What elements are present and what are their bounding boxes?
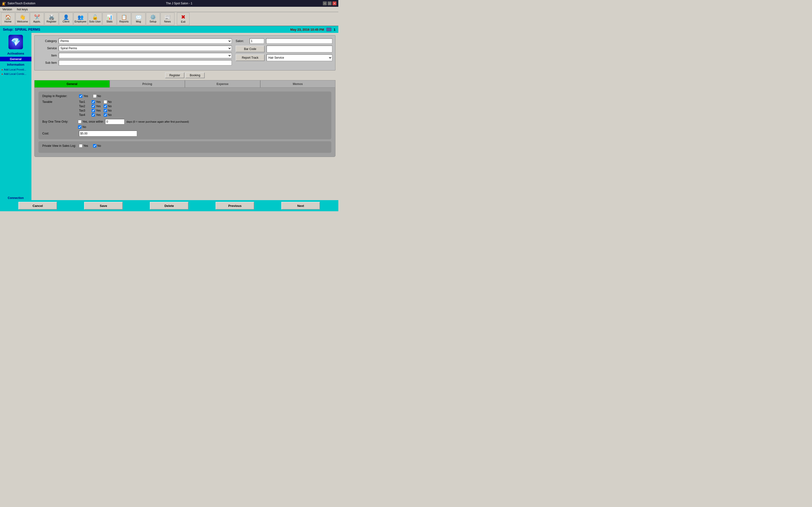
tax4-row: Tax4 Yes No bbox=[79, 113, 112, 117]
hair-service-select[interactable]: Hair Service Nail Service Other bbox=[266, 54, 332, 61]
toolbar-msg-button[interactable]: ✉️ Msg bbox=[132, 12, 146, 25]
tax2-no-item[interactable]: No bbox=[104, 105, 112, 108]
previous-button[interactable]: Previous bbox=[215, 202, 254, 210]
tab-memos[interactable]: Memos bbox=[260, 80, 336, 88]
buy-no-item[interactable]: No bbox=[78, 125, 86, 129]
private-no-checkbox[interactable] bbox=[93, 144, 96, 148]
buy-no-checkbox[interactable] bbox=[78, 125, 82, 129]
toolbar-client-button[interactable]: 👤 Client bbox=[59, 12, 73, 25]
minimize-button[interactable]: ─ bbox=[323, 1, 327, 5]
barcode-button[interactable]: Bar Code bbox=[236, 46, 265, 52]
buy-yes-once-checkbox[interactable] bbox=[78, 120, 82, 123]
employee-icon: 👥 bbox=[78, 15, 84, 19]
solouser-icon: 🔓 bbox=[92, 15, 98, 19]
tax4-yes-item[interactable]: Yes bbox=[92, 113, 101, 117]
toolbar-stats-label: Stats bbox=[106, 20, 112, 23]
toolbar-employee-label: Employee bbox=[75, 20, 87, 23]
tax3-no-checkbox[interactable] bbox=[104, 109, 107, 112]
display-no-checkbox[interactable] bbox=[93, 95, 96, 98]
tax4-yes-checkbox[interactable] bbox=[92, 113, 95, 117]
category-select[interactable]: Perms Hair Color Hair Cuts bbox=[59, 38, 232, 44]
salon-input[interactable] bbox=[250, 38, 264, 44]
tax4-label: Tax4 bbox=[79, 113, 89, 117]
tab-general[interactable]: General bbox=[34, 80, 110, 88]
toolbar-exit-button[interactable]: ✖ Exit bbox=[177, 12, 190, 25]
sidebar-information[interactable]: Information bbox=[0, 62, 32, 67]
toolbar-msg-label: Msg bbox=[136, 20, 141, 23]
display-yes-checkbox[interactable] bbox=[79, 95, 83, 98]
tax3-yes-item[interactable]: Yes bbox=[92, 109, 101, 112]
booking-tab-button[interactable]: Booking bbox=[185, 72, 205, 78]
private-yes-label: Yes bbox=[83, 144, 88, 148]
display-register-row: Display in Register: Yes No bbox=[42, 95, 327, 98]
toolbar-reports-button[interactable]: 📋 Reports bbox=[117, 12, 131, 25]
tax1-no-label: No bbox=[108, 100, 112, 104]
close-button[interactable]: ✕ bbox=[333, 1, 337, 5]
toolbar-appts-button[interactable]: ✂️ Appts. bbox=[30, 12, 44, 25]
private-no-item[interactable]: No bbox=[93, 144, 101, 148]
private-yes-checkbox[interactable] bbox=[79, 144, 83, 148]
cost-input[interactable] bbox=[79, 131, 137, 136]
toolbar-home-button[interactable]: 🏠 Home bbox=[1, 12, 15, 25]
sidebar-add-local-provid-label: Add Local Provid... bbox=[4, 68, 26, 71]
toolbar-stats-button[interactable]: 📊 Stats bbox=[102, 12, 116, 25]
toolbar-news-button[interactable]: 📰 News bbox=[160, 12, 174, 25]
save-button[interactable]: Save bbox=[84, 202, 123, 210]
tax2-yes-checkbox[interactable] bbox=[92, 105, 95, 108]
display-no-item[interactable]: No bbox=[93, 95, 101, 98]
menu-hotkeys[interactable]: hot keys bbox=[16, 7, 29, 12]
barcode-input[interactable] bbox=[266, 46, 332, 52]
tax1-no-checkbox[interactable] bbox=[104, 100, 107, 104]
toolbar-home-label: Home bbox=[4, 20, 11, 23]
maximize-button[interactable]: □ bbox=[328, 1, 332, 5]
sub-item-input[interactable] bbox=[59, 60, 232, 65]
sidebar-item-add-local-combi[interactable]: ● Add Local Combi... bbox=[0, 72, 32, 75]
report-track-button[interactable]: Report Track bbox=[236, 54, 265, 61]
service-select[interactable]: Spiral Perms Body Wave bbox=[59, 46, 232, 51]
sidebar-general[interactable]: General bbox=[0, 57, 32, 61]
menu-version[interactable]: Version bbox=[1, 7, 13, 12]
tax1-no-item[interactable]: No bbox=[104, 100, 112, 104]
toolbar-solouser-button[interactable]: 🔓 Solo User bbox=[88, 12, 102, 25]
taxable-label: Taxable bbox=[42, 100, 76, 104]
tax1-yes-item[interactable]: Yes bbox=[92, 100, 101, 104]
display-yes-item[interactable]: Yes bbox=[79, 95, 88, 98]
tax2-no-checkbox[interactable] bbox=[104, 105, 107, 108]
toolbar-register-button[interactable]: 🖨️ Register bbox=[45, 12, 58, 25]
sidebar-activations[interactable]: Activations bbox=[0, 51, 32, 56]
delete-button[interactable]: Delete bbox=[150, 202, 189, 210]
sidebar-item-add-local-provid[interactable]: ● Add Local Provid... bbox=[0, 68, 32, 71]
toolbar-solouser-label: Solo User bbox=[89, 20, 101, 23]
tax3-yes-checkbox[interactable] bbox=[92, 109, 95, 112]
next-button[interactable]: Next bbox=[281, 202, 320, 210]
tax1-yes-checkbox[interactable] bbox=[92, 100, 95, 104]
buy-yes-once-item[interactable]: Yes, once within bbox=[78, 120, 103, 123]
tax2-no-label: No bbox=[108, 105, 112, 108]
tax4-no-checkbox[interactable] bbox=[104, 113, 107, 117]
form-right: Salon: Bar Code Report Track Hair Servic… bbox=[236, 38, 332, 67]
news-icon: 📰 bbox=[164, 15, 170, 19]
item-select[interactable] bbox=[59, 53, 232, 58]
tab-pricing[interactable]: Pricing bbox=[110, 80, 185, 88]
tax2-yes-item[interactable]: Yes bbox=[92, 105, 101, 108]
toolbar-setup-button[interactable]: ⚙️ Setup bbox=[146, 12, 160, 25]
sidebar-connection: Connection bbox=[0, 196, 32, 200]
tax3-no-item[interactable]: No bbox=[104, 109, 112, 112]
tax4-no-item[interactable]: No bbox=[104, 113, 112, 117]
sidebar: 💎 Activations General Information ● Add … bbox=[0, 33, 32, 200]
setup-icon: ⚙️ bbox=[150, 15, 156, 19]
register-tab-button[interactable]: Register bbox=[165, 72, 185, 78]
cancel-button[interactable]: Cancel bbox=[18, 202, 57, 210]
private-yes-item[interactable]: Yes bbox=[79, 144, 88, 148]
toolbar-employee-button[interactable]: 👥 Employee bbox=[73, 12, 88, 25]
toolbar-welcome-button[interactable]: 👋 Welcome bbox=[15, 12, 30, 25]
toolbar-exit-label: Exit bbox=[181, 20, 185, 23]
days-input[interactable] bbox=[105, 119, 124, 124]
form-left: Category Perms Hair Color Hair Cuts Serv… bbox=[38, 38, 232, 67]
form-row-subitem: Sub Item bbox=[38, 60, 232, 65]
tax-rows: Tax1 Yes No Tax2 bbox=[79, 100, 112, 117]
tabs-container: General Pricing Expense Memos bbox=[34, 80, 336, 88]
app-name: SalonTouch Evolution bbox=[7, 2, 35, 5]
salon-value-input[interactable] bbox=[266, 38, 332, 44]
tab-expense[interactable]: Expense bbox=[185, 80, 260, 88]
